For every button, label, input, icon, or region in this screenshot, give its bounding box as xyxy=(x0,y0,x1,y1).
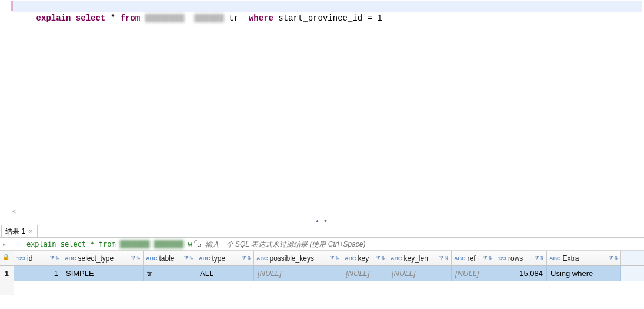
cell-possible-keys[interactable]: [NULL] xyxy=(254,266,342,281)
type-txt-icon: ABC xyxy=(256,255,268,261)
table-row[interactable]: 1 1 SIMPLE tr ALL [NULL] [NULL] [NULL] [… xyxy=(0,266,644,281)
col-header-possible-keys[interactable]: ABCpossible_keys⧩⇅ xyxy=(254,251,342,265)
col-label: Extra xyxy=(563,254,608,263)
col-label: id xyxy=(27,254,49,263)
header-trail xyxy=(621,251,644,265)
filter-icon[interactable]: ⧩ xyxy=(609,255,613,261)
col-label: ref xyxy=(468,254,482,263)
predicate: start_province_id = 1 xyxy=(273,14,382,23)
star: * xyxy=(105,14,120,23)
col-header-rows[interactable]: 123rows⧩⇅ xyxy=(495,251,547,265)
result-grid-header: 🔒 123id⧩⇅ ABCselect_type⧩⇅ ABCtable⧩⇅ AB… xyxy=(0,251,644,266)
editor-gutter xyxy=(0,0,9,217)
type-txt-icon: ABC xyxy=(454,255,466,261)
col-header-type[interactable]: ABCtype⧩⇅ xyxy=(196,251,254,265)
type-txt-icon: ABC xyxy=(65,255,76,261)
filter-icon[interactable]: ⧩ xyxy=(131,255,136,261)
type-txt-icon: ABC xyxy=(549,255,561,261)
filter-icon[interactable]: ⧩ xyxy=(184,255,189,261)
kw-where: where xyxy=(249,14,273,23)
tree-expand-icon[interactable]: ▸ xyxy=(0,241,8,247)
cell-rows[interactable]: 15,084 xyxy=(495,266,547,281)
col-label: rows xyxy=(508,254,533,263)
pane-splitter[interactable]: ▲ ▼ xyxy=(0,217,644,225)
kw-select: select xyxy=(76,14,105,23)
filter-icon[interactable]: ⧩ xyxy=(330,255,335,261)
filter-icon[interactable]: ⧩ xyxy=(439,255,444,261)
type-num-icon: 123 xyxy=(16,255,25,261)
col-header-id[interactable]: 123id⧩⇅ xyxy=(14,251,62,265)
col-label: table xyxy=(159,254,183,263)
kw-from: from xyxy=(120,14,140,23)
cell-key-len[interactable]: [NULL] xyxy=(388,266,452,281)
col-header-table[interactable]: ABCtable⧩⇅ xyxy=(144,251,196,265)
filter-icon[interactable]: ⧩ xyxy=(50,255,55,261)
filter-icon[interactable]: ⧩ xyxy=(535,255,539,261)
col-header-key[interactable]: ABCkey⧩⇅ xyxy=(342,251,388,265)
col-label: key_len xyxy=(404,254,439,263)
scroll-left-icon[interactable]: < xyxy=(9,207,19,217)
sort-icon[interactable]: ⇅ xyxy=(540,255,544,261)
editor-hscrollbar[interactable]: < xyxy=(9,207,644,217)
sql-line-1[interactable]: explain select * from ████████ ██████ tr… xyxy=(13,1,642,12)
cell-ref[interactable]: [NULL] xyxy=(452,266,495,281)
col-label: type xyxy=(212,254,241,263)
lock-icon: 🔒 xyxy=(2,254,9,260)
sql-preview-prefix: explain select * from xyxy=(26,240,120,248)
cell-type[interactable]: ALL xyxy=(196,266,254,281)
sort-icon[interactable]: ⇅ xyxy=(136,255,141,261)
rownum-cell[interactable]: 1 xyxy=(0,266,14,281)
type-txt-icon: ABC xyxy=(199,255,211,261)
sort-icon[interactable]: ⇅ xyxy=(335,255,339,261)
col-header-extra[interactable]: ABCExtra⧩⇅ xyxy=(547,251,621,265)
sort-icon[interactable]: ⇅ xyxy=(614,255,618,261)
cell-id[interactable]: 1 xyxy=(14,266,62,281)
cell-select-type[interactable]: SIMPLE xyxy=(62,266,144,281)
sort-icon[interactable]: ⇅ xyxy=(189,255,193,261)
sql-editor[interactable]: explain select * from ████████ ██████ tr… xyxy=(0,0,644,217)
type-txt-icon: ABC xyxy=(345,255,356,261)
alias: tr xyxy=(224,14,249,23)
col-header-ref[interactable]: ABCref⧩⇅ xyxy=(452,251,495,265)
grid-empty-area xyxy=(0,281,644,295)
filter-expression-input[interactable] xyxy=(203,240,644,248)
sort-icon[interactable]: ⇅ xyxy=(247,255,251,261)
rownum-empty xyxy=(0,281,14,295)
sql-preview-suffix: w xyxy=(183,240,192,248)
sort-icon[interactable]: ⇅ xyxy=(445,255,449,261)
cell-table[interactable]: tr xyxy=(144,266,196,281)
rownum-header: 🔒 xyxy=(0,251,14,265)
filter-icon[interactable]: ⧩ xyxy=(376,255,381,261)
col-header-select-type[interactable]: ABCselect_type⧩⇅ xyxy=(62,251,144,265)
result-filter-bar: ▸ explain select * from ███████ ███████ … xyxy=(0,238,644,251)
cell-key[interactable]: [NULL] xyxy=(342,266,388,281)
sort-icon[interactable]: ⇅ xyxy=(55,255,59,261)
table-name-blurred: ████████ ██████ xyxy=(145,12,223,24)
cell-extra[interactable]: Using where xyxy=(547,266,621,281)
type-txt-icon: ABC xyxy=(146,255,158,261)
sort-icon[interactable]: ⇅ xyxy=(488,255,492,261)
filter-icon[interactable]: ⧩ xyxy=(483,255,488,261)
filter-icon[interactable]: ⧩ xyxy=(242,255,246,261)
col-label: possible_keys xyxy=(270,254,329,263)
kw-explain: explain xyxy=(36,14,71,23)
col-header-key-len[interactable]: ABCkey_len⧩⇅ xyxy=(388,251,452,265)
col-label: select_type xyxy=(78,254,131,263)
sort-icon[interactable]: ⇅ xyxy=(381,255,385,261)
sql-preview-blurred: ███████ ███████ xyxy=(120,240,183,248)
row-trail xyxy=(621,266,644,281)
col-label: key xyxy=(358,254,375,263)
splitter-handle-icon[interactable]: ▲ ▼ xyxy=(315,218,329,224)
type-txt-icon: ABC xyxy=(391,255,402,261)
type-num-icon: 123 xyxy=(498,255,506,261)
expand-panel-icon[interactable] xyxy=(192,240,203,248)
